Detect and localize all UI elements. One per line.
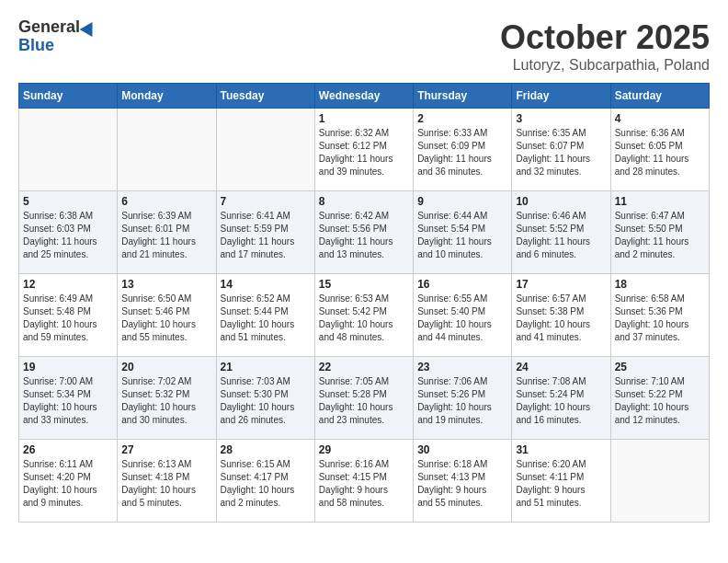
day-number: 2 xyxy=(417,112,507,125)
header: General Blue October 2025 Lutoryz, Subca… xyxy=(18,18,710,74)
logo: General Blue xyxy=(18,18,97,55)
calendar-cell: 21Sunrise: 7:03 AM Sunset: 5:30 PM Dayli… xyxy=(216,357,314,440)
weekday-header: Monday xyxy=(118,84,216,109)
day-number: 4 xyxy=(615,112,705,125)
calendar-cell: 7Sunrise: 6:41 AM Sunset: 5:59 PM Daylig… xyxy=(216,191,314,274)
day-info: Sunrise: 6:41 AM Sunset: 5:59 PM Dayligh… xyxy=(221,210,311,261)
calendar-cell: 29Sunrise: 6:16 AM Sunset: 4:15 PM Dayli… xyxy=(314,440,413,523)
calendar-cell: 2Sunrise: 6:33 AM Sunset: 6:09 PM Daylig… xyxy=(414,109,512,191)
calendar-cell: 17Sunrise: 6:57 AM Sunset: 5:38 PM Dayli… xyxy=(512,274,610,357)
calendar-cell: 24Sunrise: 7:08 AM Sunset: 5:24 PM Dayli… xyxy=(512,357,610,440)
weekday-header: Sunday xyxy=(19,84,118,109)
day-info: Sunrise: 7:05 AM Sunset: 5:28 PM Dayligh… xyxy=(319,375,409,427)
logo-general: General xyxy=(18,18,80,37)
calendar-cell: 25Sunrise: 7:10 AM Sunset: 5:22 PM Dayli… xyxy=(610,357,709,440)
calendar-week-row: 5Sunrise: 6:38 AM Sunset: 6:03 PM Daylig… xyxy=(19,191,710,274)
day-number: 7 xyxy=(221,195,311,208)
calendar-cell xyxy=(19,109,118,191)
day-number: 25 xyxy=(615,361,705,373)
day-number: 18 xyxy=(615,278,705,291)
day-info: Sunrise: 7:06 AM Sunset: 5:26 PM Dayligh… xyxy=(417,375,507,427)
calendar-cell: 22Sunrise: 7:05 AM Sunset: 5:28 PM Dayli… xyxy=(314,357,413,440)
day-info: Sunrise: 6:35 AM Sunset: 6:07 PM Dayligh… xyxy=(516,127,606,178)
calendar-cell: 18Sunrise: 6:58 AM Sunset: 5:36 PM Dayli… xyxy=(610,274,709,357)
calendar-cell: 10Sunrise: 6:46 AM Sunset: 5:52 PM Dayli… xyxy=(512,191,610,274)
day-number: 30 xyxy=(417,443,507,456)
day-info: Sunrise: 6:57 AM Sunset: 5:38 PM Dayligh… xyxy=(516,293,606,344)
day-info: Sunrise: 6:55 AM Sunset: 5:40 PM Dayligh… xyxy=(417,293,507,344)
calendar: SundayMondayTuesdayWednesdayThursdayFrid… xyxy=(18,83,710,523)
calendar-cell: 3Sunrise: 6:35 AM Sunset: 6:07 PM Daylig… xyxy=(512,109,610,191)
calendar-cell xyxy=(216,109,314,191)
calendar-cell: 14Sunrise: 6:52 AM Sunset: 5:44 PM Dayli… xyxy=(216,274,314,357)
weekday-header: Friday xyxy=(512,84,610,109)
calendar-cell: 26Sunrise: 6:11 AM Sunset: 4:20 PM Dayli… xyxy=(19,440,118,523)
day-number: 22 xyxy=(319,361,409,373)
calendar-week-row: 26Sunrise: 6:11 AM Sunset: 4:20 PM Dayli… xyxy=(19,440,710,523)
day-number: 19 xyxy=(23,361,113,373)
calendar-cell: 11Sunrise: 6:47 AM Sunset: 5:50 PM Dayli… xyxy=(610,191,709,274)
calendar-cell: 28Sunrise: 6:15 AM Sunset: 4:17 PM Dayli… xyxy=(216,440,314,523)
day-number: 5 xyxy=(23,195,113,208)
day-number: 28 xyxy=(221,443,311,456)
day-number: 27 xyxy=(121,443,211,456)
day-number: 24 xyxy=(516,361,606,373)
day-info: Sunrise: 6:42 AM Sunset: 5:56 PM Dayligh… xyxy=(319,210,409,261)
weekday-header: Wednesday xyxy=(314,84,413,109)
day-info: Sunrise: 6:53 AM Sunset: 5:42 PM Dayligh… xyxy=(319,293,409,344)
day-number: 29 xyxy=(319,443,409,456)
calendar-cell: 20Sunrise: 7:02 AM Sunset: 5:32 PM Dayli… xyxy=(118,357,216,440)
day-number: 3 xyxy=(516,112,606,125)
calendar-cell: 23Sunrise: 7:06 AM Sunset: 5:26 PM Dayli… xyxy=(414,357,512,440)
day-info: Sunrise: 7:03 AM Sunset: 5:30 PM Dayligh… xyxy=(221,375,311,427)
calendar-cell: 13Sunrise: 6:50 AM Sunset: 5:46 PM Dayli… xyxy=(118,274,216,357)
weekday-header: Saturday xyxy=(610,84,709,109)
calendar-cell: 5Sunrise: 6:38 AM Sunset: 6:03 PM Daylig… xyxy=(19,191,118,274)
day-number: 8 xyxy=(319,195,409,208)
day-info: Sunrise: 6:13 AM Sunset: 4:18 PM Dayligh… xyxy=(121,458,211,510)
title-area: October 2025 Lutoryz, Subcarpathia, Pola… xyxy=(500,18,710,74)
day-info: Sunrise: 6:33 AM Sunset: 6:09 PM Dayligh… xyxy=(417,127,507,178)
month-title: October 2025 xyxy=(500,18,710,57)
calendar-cell: 15Sunrise: 6:53 AM Sunset: 5:42 PM Dayli… xyxy=(314,274,413,357)
day-number: 21 xyxy=(221,361,311,373)
day-info: Sunrise: 6:47 AM Sunset: 5:50 PM Dayligh… xyxy=(615,210,705,261)
day-info: Sunrise: 6:52 AM Sunset: 5:44 PM Dayligh… xyxy=(221,293,311,344)
calendar-cell: 19Sunrise: 7:00 AM Sunset: 5:34 PM Dayli… xyxy=(19,357,118,440)
calendar-cell: 9Sunrise: 6:44 AM Sunset: 5:54 PM Daylig… xyxy=(414,191,512,274)
location: Lutoryz, Subcarpathia, Poland xyxy=(500,57,710,74)
day-number: 16 xyxy=(417,278,507,291)
calendar-week-row: 12Sunrise: 6:49 AM Sunset: 5:48 PM Dayli… xyxy=(19,274,710,357)
calendar-cell: 16Sunrise: 6:55 AM Sunset: 5:40 PM Dayli… xyxy=(414,274,512,357)
day-info: Sunrise: 6:50 AM Sunset: 5:46 PM Dayligh… xyxy=(121,293,211,344)
weekday-header: Tuesday xyxy=(216,84,314,109)
weekday-header: Thursday xyxy=(414,84,512,109)
day-info: Sunrise: 6:49 AM Sunset: 5:48 PM Dayligh… xyxy=(23,293,113,344)
day-info: Sunrise: 6:58 AM Sunset: 5:36 PM Dayligh… xyxy=(615,293,705,344)
day-info: Sunrise: 6:39 AM Sunset: 6:01 PM Dayligh… xyxy=(121,210,211,261)
day-info: Sunrise: 6:16 AM Sunset: 4:15 PM Dayligh… xyxy=(319,458,409,510)
calendar-week-row: 1Sunrise: 6:32 AM Sunset: 6:12 PM Daylig… xyxy=(19,109,710,191)
day-number: 14 xyxy=(221,278,311,291)
day-number: 1 xyxy=(319,112,409,125)
calendar-week-row: 19Sunrise: 7:00 AM Sunset: 5:34 PM Dayli… xyxy=(19,357,710,440)
day-number: 12 xyxy=(23,278,113,291)
calendar-cell xyxy=(610,440,709,523)
day-number: 10 xyxy=(516,195,606,208)
day-number: 23 xyxy=(417,361,507,373)
calendar-cell: 6Sunrise: 6:39 AM Sunset: 6:01 PM Daylig… xyxy=(118,191,216,274)
day-info: Sunrise: 6:11 AM Sunset: 4:20 PM Dayligh… xyxy=(23,458,113,510)
calendar-cell: 1Sunrise: 6:32 AM Sunset: 6:12 PM Daylig… xyxy=(314,109,413,191)
day-info: Sunrise: 6:44 AM Sunset: 5:54 PM Dayligh… xyxy=(417,210,507,261)
weekday-header-row: SundayMondayTuesdayWednesdayThursdayFrid… xyxy=(19,84,710,109)
day-number: 20 xyxy=(121,361,211,373)
calendar-cell: 27Sunrise: 6:13 AM Sunset: 4:18 PM Dayli… xyxy=(118,440,216,523)
day-info: Sunrise: 6:46 AM Sunset: 5:52 PM Dayligh… xyxy=(516,210,606,261)
day-info: Sunrise: 6:18 AM Sunset: 4:13 PM Dayligh… xyxy=(417,458,507,510)
day-number: 31 xyxy=(516,443,606,456)
day-info: Sunrise: 6:36 AM Sunset: 6:05 PM Dayligh… xyxy=(615,127,705,178)
day-info: Sunrise: 6:38 AM Sunset: 6:03 PM Dayligh… xyxy=(23,210,113,261)
day-number: 11 xyxy=(615,195,705,208)
day-number: 13 xyxy=(121,278,211,291)
day-info: Sunrise: 6:20 AM Sunset: 4:11 PM Dayligh… xyxy=(516,458,606,510)
